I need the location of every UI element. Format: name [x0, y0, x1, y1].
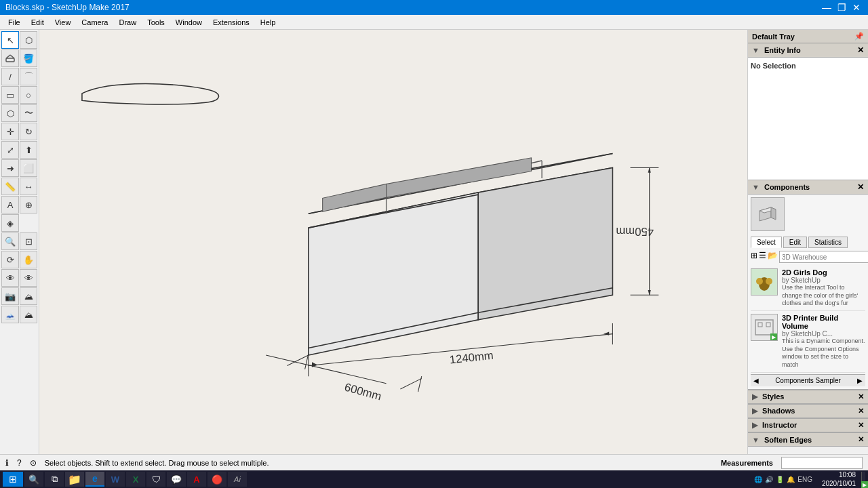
component-tool[interactable]: ⬡ — [20, 31, 37, 49]
tray-title: Default Tray — [752, 33, 795, 41]
canvas-area[interactable]: 1240mm 600mm 450mm — [39, 30, 747, 454]
right-panel: Default Tray 📌 ▼ Entity Info ✕ No Select… — [747, 30, 868, 454]
move-tool[interactable]: ✛ — [1, 123, 19, 140]
next-sampler-icon[interactable]: ▶ — [857, 377, 863, 384]
start-button[interactable]: ⊞ — [3, 472, 23, 487]
walk-tool[interactable]: 👁 — [1, 269, 19, 287]
tray-pin-icon[interactable]: 📌 — [854, 32, 864, 41]
minimize-button[interactable]: — — [821, 1, 833, 14]
prev-sampler-icon[interactable]: ◀ — [753, 377, 759, 384]
geo-icon[interactable]: ⊙ — [30, 458, 37, 468]
help-icon[interactable]: ? — [17, 458, 22, 468]
taskbar-acrobat[interactable]: A — [187, 472, 206, 487]
entity-info-close[interactable]: ✕ — [857, 45, 864, 55]
arc-tool[interactable]: ⌒ — [20, 68, 37, 85]
components-close[interactable]: ✕ — [857, 182, 864, 192]
taskbar-whatsapp[interactable]: 💬 — [167, 472, 186, 487]
menu-edit[interactable]: Edit — [26, 17, 50, 28]
dimension-tool[interactable]: ↔ — [20, 178, 37, 195]
menu-extensions[interactable]: Extensions — [208, 17, 255, 28]
left-toolbar: ↖ ⬡ 🪣 / ⌒ ▭ ○ ⬡ 〜 ✛ ↻ ⤢ ⬆ ➜ — [0, 30, 39, 454]
zoom-ext-tool[interactable]: ⊡ — [20, 232, 37, 250]
taskbar-antivirus[interactable]: 🔴 — [208, 472, 226, 487]
styles-header[interactable]: ▶ Styles ✕ — [748, 390, 868, 404]
menu-camera[interactable]: Camera — [76, 17, 113, 28]
followme-tool[interactable]: ➜ — [1, 159, 19, 177]
sand2[interactable]: 🗻 — [1, 306, 19, 323]
tab-edit[interactable]: Edit — [783, 237, 807, 248]
folder-icon[interactable]: 📂 — [768, 251, 778, 263]
polygon-tool[interactable]: ⬡ — [1, 104, 19, 122]
info-icon[interactable]: ℹ — [5, 458, 9, 468]
rect-tool[interactable]: ▭ — [1, 86, 19, 104]
sand1[interactable]: ⛰ — [20, 287, 37, 305]
task-view-button[interactable]: ⧉ — [45, 472, 64, 487]
entity-info-header[interactable]: ▼ Entity Info ✕ — [748, 43, 868, 58]
blank1 — [20, 214, 37, 232]
offset-tool[interactable]: ⬜ — [20, 159, 37, 177]
measurements-input[interactable] — [781, 457, 863, 469]
position-camera-tool[interactable]: 📷 — [1, 287, 19, 305]
shadows-close[interactable]: ✕ — [858, 407, 864, 415]
orbit-tool[interactable]: ⟳ — [1, 251, 19, 268]
eraser-tool[interactable] — [1, 49, 19, 67]
tab-select[interactable]: Select — [751, 237, 782, 248]
scale-tool[interactable]: ⤢ — [1, 141, 19, 159]
zoom-tool[interactable]: 🔍 — [1, 232, 19, 250]
search-button[interactable]: 🔍 — [24, 472, 43, 487]
comp-thumb-1: ▶ — [751, 314, 778, 341]
taskbar-word[interactable]: W — [106, 472, 125, 487]
ai-button[interactable]: Ai — [228, 472, 247, 487]
menu-view[interactable]: View — [50, 17, 77, 28]
tab-statistics[interactable]: Statistics — [808, 237, 848, 248]
menu-help[interactable]: Help — [255, 17, 281, 28]
volume-icon[interactable]: 🔊 — [765, 476, 773, 483]
svg-point-41 — [756, 278, 763, 285]
rotate-tool[interactable]: ↻ — [20, 123, 37, 140]
select-tool[interactable]: ↖ — [1, 31, 19, 49]
text-tool[interactable]: A — [1, 196, 19, 214]
close-button[interactable]: ✕ — [850, 1, 863, 14]
taskbar-file-explorer[interactable]: 📁 — [65, 472, 84, 487]
soften-edges-close[interactable]: ✕ — [858, 435, 864, 444]
section-tool[interactable]: ◈ — [1, 214, 19, 232]
pan-tool[interactable]: ✋ — [20, 251, 37, 268]
menu-window[interactable]: Window — [170, 17, 208, 28]
menu-draw[interactable]: Draw — [113, 17, 142, 28]
components-label: ▼ Components — [752, 183, 810, 191]
instructor-close[interactable]: ✕ — [858, 421, 864, 430]
lookaround-tool[interactable]: 👁 — [20, 269, 37, 287]
search-input[interactable] — [779, 251, 868, 263]
pushpull-tool[interactable]: ⬆ — [20, 141, 37, 159]
shadows-header[interactable]: ▶ Shadows ✕ — [748, 404, 868, 418]
tape-tool[interactable]: 📏 — [1, 178, 19, 195]
menu-tools[interactable]: Tools — [142, 17, 170, 28]
system-clock[interactable]: 10:08 2020/10/01 — [818, 470, 860, 488]
taskbar-edge[interactable]: e — [85, 472, 104, 487]
components-header[interactable]: ▼ Components ✕ — [748, 180, 868, 195]
circle-tool[interactable]: ○ — [20, 86, 37, 104]
taskbar-excel[interactable]: X — [126, 472, 145, 487]
freehand-tool[interactable]: 〜 — [20, 104, 37, 122]
component-item-0[interactable]: ▶ 2D Girls Dog by SketchUp Use the Inter… — [751, 266, 865, 311]
notification-icon[interactable]: 🔔 — [787, 476, 795, 483]
axes-tool[interactable]: ⊕ — [20, 196, 37, 214]
line-tool[interactable]: / — [1, 68, 19, 85]
list-view-icon[interactable]: ☰ — [759, 251, 766, 263]
svg-marker-6 — [478, 167, 612, 319]
taskbar-shield[interactable]: 🛡 — [146, 472, 165, 487]
network-icon[interactable]: 🌐 — [754, 476, 762, 483]
measurements-label: Measurements — [721, 459, 773, 467]
soften-edges-header[interactable]: ▼ Soften Edges ✕ — [748, 432, 868, 447]
canvas-svg: 1240mm 600mm 450mm — [39, 30, 747, 454]
styles-close[interactable]: ✕ — [858, 392, 864, 401]
maximize-button[interactable]: ❐ — [835, 1, 848, 14]
sand3[interactable]: ⛰ — [20, 306, 37, 323]
menu-file[interactable]: File — [3, 17, 26, 28]
battery-icon[interactable]: 🔋 — [776, 476, 784, 483]
grid-view-icon[interactable]: ⊞ — [751, 251, 757, 263]
paint-tool[interactable]: 🪣 — [20, 49, 37, 67]
instructor-header[interactable]: ▶ Instructor ✕ — [748, 418, 868, 432]
component-item-1[interactable]: ▶ 3D Printer Build Volume by SketchUp C.… — [751, 311, 865, 373]
component-search: ⊞ ☰ 📂 🔍 ▼ — [751, 251, 865, 263]
